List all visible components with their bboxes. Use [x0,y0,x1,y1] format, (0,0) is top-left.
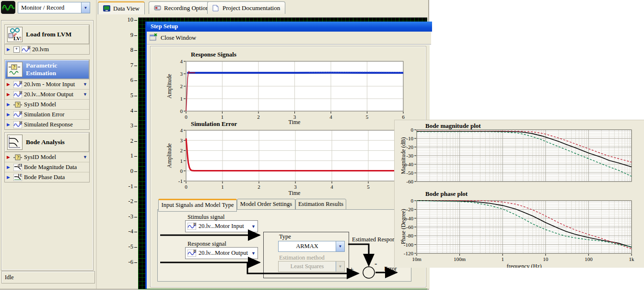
tab-estimation-results[interactable]: Estimation Results [295,199,346,210]
group-header[interactable]: ?Parametric Estimation [5,60,89,79]
y-axis-tick: 8 [130,46,133,54]
y-axis-tick-mark [134,247,137,248]
svg-text:R: R [19,111,22,115]
svg-text:0: 0 [185,184,187,190]
sidebar-item-simulation-error[interactable]: ▶RSimulation Error [5,109,89,119]
run-arrow-icon[interactable]: ▶ [7,82,12,87]
item-label: Bode Phase Data [24,174,65,181]
svg-text:6: 6 [402,114,405,120]
svg-text:3: 3 [180,71,183,77]
group-title: Bode Analysis [26,138,65,146]
svg-text:R: R [19,91,22,95]
y-axis-tick-mark [134,80,137,81]
svg-text:0: 0 [411,127,414,133]
svg-text:?: ? [17,154,19,160]
y-axis-tick-mark [134,217,137,217]
group-header[interactable]: LVMLoad from LVM [5,25,89,44]
run-arrow-icon[interactable]: ▶ [7,165,12,170]
close-window-button[interactable]: Close Window [161,34,196,42]
input-signals-panel: Stimulus signal R 20.lv...Motor Input ▼ … [157,209,411,282]
svg-text:2: 2 [180,148,183,153]
group-header[interactable]: Bode Analysis [5,133,89,152]
svg-text:R: R [27,46,30,50]
step-group-load-from-lvm: LVMLoad from LVM▶+R20.lvm [4,24,90,55]
sidebar-item-sysid-model[interactable]: ▶?SysID Model [5,99,89,109]
tab-input-signals-model-type[interactable]: Input Signals and Model Type [158,199,237,212]
tab-data-view[interactable]: Data View [98,1,145,14]
svg-text:1: 1 [180,96,183,102]
svg-text:1: 1 [180,158,183,164]
svg-text:-60: -60 [406,179,413,184]
y-axis-tick-mark [134,171,137,172]
y-axis-tick-mark [134,232,137,232]
svg-text:4: 4 [330,184,333,190]
close-window-icon[interactable] [150,34,158,43]
run-arrow-icon[interactable]: ▶ [7,155,12,159]
run-arrow-icon[interactable]: ▶ [7,92,12,97]
svg-text:0: 0 [185,114,187,120]
y-axis-tick-mark [134,187,137,187]
item-label: SysID Model [24,101,56,108]
run-arrow-icon[interactable]: ▶ [7,122,12,127]
y-axis-tick-mark [134,111,137,112]
sidebar-item-bode-magnitude-data[interactable]: ▶dBBode Magnitude Data [5,162,89,172]
response-signals-chart: 012340123456 [170,58,409,121]
item-label: Simulated Response [24,121,73,128]
chevron-down-icon[interactable]: ▼ [83,82,87,87]
svg-text:0: 0 [180,108,183,114]
svg-text:0: 0 [180,168,183,174]
chevron-down-icon[interactable]: ▼ [81,2,90,13]
waveform-icon: R [13,121,22,128]
svg-text:?: ? [13,64,15,69]
y-axis-tick: 9 [130,32,133,39]
svg-text:4: 4 [329,114,332,120]
sidebar-item-bode-phase-data[interactable]: ▶HzBode Phase Data [5,172,89,182]
svg-text:dB: dB [18,164,22,168]
sidebar-item-simulated-response[interactable]: ▶RSimulated Response [5,119,89,129]
tab-model-order-settings[interactable]: Model Order Settings [237,199,295,210]
sidebar-item-sysid-model[interactable]: ▶?SysID Model▼ [5,152,89,162]
mode-select[interactable]: Monitor / Record ▼ [18,2,90,13]
y-axis-tick: 10 [128,16,134,23]
y-axis-tick: 5 [130,92,133,99]
svg-text:3: 3 [293,114,296,120]
bodemag-icon: dB [13,164,22,171]
y-axis-tick: 7 [130,62,133,69]
app-window: Monitor / Record ▼ LVMLoad from LVM▶+R20… [0,0,429,290]
run-arrow-icon[interactable]: ▶ [7,47,12,52]
summation-junction [363,267,375,278]
svg-text:3: 3 [180,137,183,143]
tab-label: Input Signals and Model Type [162,202,234,208]
y-axis-tick: -2 [129,198,133,205]
y-axis-tick: -6 [129,259,133,266]
bode-icon [7,135,23,150]
run-arrow-icon[interactable]: ▶ [7,102,12,107]
run-arrow-icon[interactable]: ▶ [7,175,12,180]
item-label: SysID Model [24,154,56,161]
sidebar-item-20-lv-motor-output[interactable]: ▶R20.lv...Motor Output▼ [5,89,89,99]
bode-plots-panel: Bode magnitude plot Magnitude (dB) Bode … [394,120,644,268]
sidebar-item-20-lvm-motor-input[interactable]: ▶R20.lvm - Motor Input▼ [5,79,89,89]
status-text: Idle [5,274,14,281]
tab-recording-options[interactable]: Recording Options [149,1,217,14]
svg-text:R: R [19,121,22,125]
group-title: Load from LVM [26,31,71,38]
chevron-down-icon[interactable]: ▼ [83,92,87,97]
step-group-parametric-estimation: ?Parametric Estimation▶R20.lvm - Motor I… [4,59,90,130]
y-axis-tick: -1 [129,183,133,190]
simulation-error-title: Simulation Error [191,120,237,128]
svg-text:-20: -20 [406,144,413,150]
run-arrow-icon[interactable]: ▶ [7,112,12,117]
svg-text:2: 2 [258,184,260,190]
lvm-icon: LVM [7,27,23,42]
svg-text:0: 0 [411,198,414,204]
svg-text:-10: -10 [406,136,413,141]
step-setup-titlebar[interactable]: Step Setup [147,22,432,32]
expand-icon[interactable]: + [13,46,20,53]
svg-text:4: 4 [180,58,183,64]
chevron-down-icon[interactable]: ▼ [83,155,87,159]
tab-label: Project Documentation [222,4,280,12]
svg-text:-100: -100 [404,242,414,248]
tab-project-documentation[interactable]: Project Documentation [207,1,285,14]
sidebar-item-20-lvm[interactable]: ▶+R20.lvm [5,44,89,54]
